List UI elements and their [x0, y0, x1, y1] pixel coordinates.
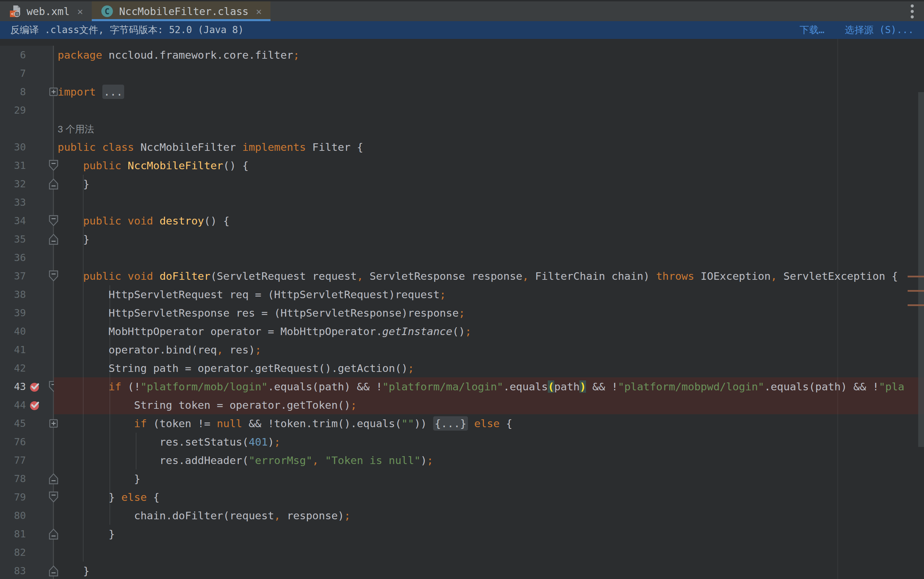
code-line-text[interactable]: res.addHeader("errorMsg", "Token is null… [54, 451, 924, 469]
gutter[interactable]: 6 [0, 46, 54, 64]
token: null [217, 417, 243, 430]
line-number: 80 [0, 506, 26, 525]
code-line-text[interactable] [54, 543, 924, 562]
gutter[interactable]: 8 [0, 83, 54, 101]
code-line-text[interactable] [54, 249, 924, 267]
gutter[interactable]: 45 [0, 414, 54, 433]
code-line-text[interactable]: String path = operator.getRequest().getA… [54, 359, 924, 377]
gutter[interactable]: 40 [0, 322, 54, 340]
token: ; [465, 325, 472, 337]
gutter[interactable]: 37 [0, 267, 54, 285]
token: } [58, 178, 89, 190]
code-line: 34 public void destroy() { [0, 211, 924, 230]
code-line-text[interactable]: public void destroy() { [54, 211, 924, 230]
code-line: 30public class NccMobileFilter implement… [0, 138, 924, 156]
token: res.setStatus( [58, 436, 249, 448]
token: ) [268, 436, 274, 448]
gutter[interactable]: 79 [0, 488, 54, 506]
more-options-icon[interactable] [908, 2, 916, 21]
token: ; [427, 454, 434, 466]
line-number: 45 [0, 414, 26, 433]
gutter[interactable]: 44 [0, 396, 54, 414]
choose-sources-link[interactable]: 选择源 (S)... [845, 23, 914, 36]
token: MobHttpOperator operator = MobHttpOperat… [58, 325, 382, 337]
line-number: 33 [0, 193, 26, 211]
gutter[interactable]: 30 [0, 138, 54, 156]
code-line: 6package nccloud.framework.core.filter; [0, 46, 924, 64]
code-line-text[interactable]: } [54, 469, 924, 488]
code-line-text[interactable]: package nccloud.framework.core.filter; [54, 46, 924, 64]
vertical-scrollbar[interactable] [918, 72, 924, 579]
download-sources-link[interactable]: 下载… [800, 23, 824, 36]
code-line-text[interactable]: operator.bind(req, res); [54, 340, 924, 359]
code-line: 36 [0, 249, 924, 267]
close-icon[interactable]: ✕ [77, 6, 83, 17]
gutter[interactable] [0, 119, 54, 138]
token: public [83, 270, 121, 282]
code-line-text[interactable]: String token = operator.getToken(); [54, 396, 924, 414]
token: () [452, 325, 465, 337]
token: )) [414, 417, 433, 430]
line-number: 36 [0, 249, 26, 267]
code-line-text[interactable] [54, 193, 924, 211]
gutter[interactable]: 38 [0, 285, 54, 304]
gutter[interactable]: 39 [0, 304, 54, 322]
gutter[interactable]: 81 [0, 525, 54, 543]
gutter[interactable]: 29 [0, 101, 54, 119]
indent-guide [83, 175, 83, 562]
line-number: 6 [0, 46, 26, 64]
token: .equals [503, 380, 548, 393]
token: NccMobileFilter [134, 141, 242, 153]
code-line-text[interactable]: chain.doFilter(request, response); [54, 506, 924, 525]
token [96, 141, 102, 153]
code-line-text[interactable]: } [54, 525, 924, 543]
gutter[interactable]: 35 [0, 230, 54, 249]
code-line-text[interactable]: MobHttpOperator operator = MobHttpOperat… [54, 322, 924, 340]
breakpoint-verified-icon[interactable] [29, 399, 41, 411]
gutter[interactable]: 77 [0, 451, 54, 469]
gutter[interactable]: 36 [0, 249, 54, 267]
token: NccMobileFilter [127, 159, 223, 172]
code-line-text[interactable]: public NccMobileFilter() { [54, 156, 924, 175]
gutter[interactable]: 33 [0, 193, 54, 211]
code-line-text[interactable] [54, 64, 924, 83]
gutter[interactable]: 78 [0, 469, 54, 488]
token: 3 个用法 [58, 124, 94, 134]
gutter[interactable]: 82 [0, 543, 54, 562]
code-line-text[interactable]: res.setStatus(401); [54, 433, 924, 451]
code-line: 7 [0, 64, 924, 83]
code-line-text[interactable]: 3 个用法 [54, 119, 924, 138]
breakpoint-verified-icon[interactable] [29, 381, 41, 393]
gutter[interactable]: 41 [0, 340, 54, 359]
gutter[interactable]: 42 [0, 359, 54, 377]
gutter[interactable]: 80 [0, 506, 54, 525]
gutter[interactable]: 7 [0, 64, 54, 83]
line-number: 81 [0, 525, 26, 543]
code-line-text[interactable]: if (!"platform/mob/login".equals(path) &… [54, 377, 924, 396]
code-line-text[interactable]: if (token != null && !token.trim().equal… [54, 414, 924, 433]
token: { [147, 491, 159, 503]
code-line-text[interactable]: } else { [54, 488, 924, 506]
gutter[interactable]: 34 [0, 211, 54, 230]
code-line-text[interactable]: } [54, 175, 924, 193]
scrollbar-thumb[interactable] [918, 92, 924, 447]
tab-web-xml[interactable]: < web.xml ✕ [0, 2, 92, 21]
code-line-text[interactable]: public void doFilter(ServletRequest requ… [54, 267, 924, 285]
gutter[interactable]: 32 [0, 175, 54, 193]
code-line-text[interactable]: HttpServletRequest req = (HttpServletReq… [54, 285, 924, 304]
code-line-text[interactable]: public class NccMobileFilter implements … [54, 138, 924, 156]
gutter[interactable]: 76 [0, 433, 54, 451]
code-line-text[interactable]: } [54, 562, 924, 579]
gutter[interactable]: 83 [0, 562, 54, 579]
gutter[interactable]: 43 [0, 377, 54, 396]
token: nccloud.framework.core.filter [102, 49, 293, 61]
code-line-text[interactable]: HttpServletResponse res = (HttpServletRe… [54, 304, 924, 322]
code-line-text[interactable] [54, 101, 924, 119]
error-stripe-mark [908, 290, 924, 292]
gutter[interactable]: 31 [0, 156, 54, 175]
code-line-text[interactable]: import ... [54, 83, 924, 101]
code-line-text[interactable]: } [54, 230, 924, 249]
close-icon[interactable]: ✕ [256, 6, 262, 17]
token [96, 86, 102, 98]
tab-nccmobilefilter-class[interactable]: C NccMobileFilter.class ✕ [92, 2, 271, 21]
